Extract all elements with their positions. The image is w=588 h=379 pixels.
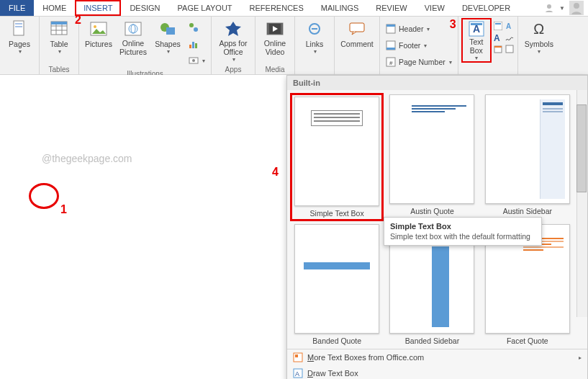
svg-text:A: A	[494, 33, 500, 42]
document-area[interactable]: @thegeekpage.com 1 4 Built-in Simple Tex…	[0, 75, 588, 379]
svg-text:#: #	[389, 60, 393, 66]
chevron-down-icon: ▾	[427, 26, 430, 32]
online-video-label: Online Video	[258, 40, 291, 56]
svg-point-2	[574, 3, 579, 9]
comment-icon	[349, 22, 365, 35]
online-pictures-button[interactable]: Online Pictures	[117, 18, 150, 64]
smartart-icon	[189, 22, 199, 32]
svg-rect-42	[494, 22, 502, 30]
svg-rect-34	[386, 24, 395, 27]
tab-file[interactable]: FILE	[0, 0, 34, 16]
date-time-button[interactable]	[493, 44, 503, 54]
gallery-item-label: Facet Quote	[507, 336, 548, 345]
callout-1: 1	[60, 203, 67, 216]
group-label-apps: Apps	[214, 64, 252, 75]
footer-button[interactable]: Footer▾	[383, 37, 455, 53]
gallery-item-label: Banded Sidebar	[405, 336, 459, 345]
watermark-text: @thegeekpage.com	[42, 153, 132, 164]
user-avatar-icon	[569, 1, 584, 15]
shapes-label: Shapes	[155, 40, 181, 48]
gallery-item-austin-sidebar[interactable]: Austin Sidebar	[481, 93, 574, 221]
draw-text-box-button[interactable]: A Draw Text Box	[287, 365, 587, 379]
tab-developer[interactable]: DEVELOPER	[453, 0, 519, 16]
svg-text:A: A	[506, 22, 511, 30]
chevron-down-icon: ▾	[167, 48, 170, 55]
scrollbar-thumb[interactable]	[576, 104, 587, 192]
gallery-item-banded-quote[interactable]: Banded Quote	[290, 223, 384, 347]
signature-line-button[interactable]	[505, 32, 515, 43]
page-icon	[12, 20, 27, 37]
chevron-down-icon: ▾	[19, 48, 22, 55]
group-illustrations: 2 Pictures Online Pictures Shapes▾ ▾ Ill…	[79, 17, 212, 74]
gallery-scrollbar[interactable]	[576, 90, 587, 317]
svg-rect-29	[267, 23, 269, 35]
tab-page-layout[interactable]: PAGE LAYOUT	[169, 0, 241, 16]
group-symbols: Ω Symbols▾	[518, 17, 560, 74]
links-button[interactable]: Links▾	[298, 18, 331, 64]
drop-cap-button[interactable]: A	[493, 32, 503, 43]
pictures-icon	[90, 22, 107, 36]
ribbon-tab-strip: FILE HOME INSERT DESIGN PAGE LAYOUT REFE…	[0, 0, 588, 17]
gallery-item-austin-quote[interactable]: Austin Quote	[385, 93, 479, 221]
gallery-footer: More Text Boxes from Office.com ▸ A Draw…	[287, 349, 587, 379]
account-icon	[544, 3, 554, 13]
shapes-icon	[159, 22, 176, 36]
chart-icon	[189, 39, 199, 49]
chevron-right-icon: ▸	[579, 355, 582, 361]
tab-design[interactable]: DESIGN	[121, 0, 168, 16]
tab-references[interactable]: REFERENCES	[241, 0, 312, 16]
apps-for-office-button[interactable]: Apps for Office▾	[214, 18, 252, 64]
gallery-item-label: Banded Quote	[312, 336, 361, 345]
tab-view[interactable]: VIEW	[416, 0, 453, 16]
group-label-pages	[3, 64, 36, 75]
quick-parts-button[interactable]	[493, 21, 503, 31]
chevron-down-icon: ▾	[202, 58, 205, 64]
page-number-button[interactable]: #Page Number▾	[383, 54, 455, 70]
tab-mailings[interactable]: MAILINGS	[312, 0, 368, 16]
chevron-down-icon: ▾	[58, 48, 61, 55]
group-label-tables: Tables	[42, 64, 76, 75]
tab-review[interactable]: REVIEW	[367, 0, 415, 16]
group-links: Links▾	[295, 17, 335, 74]
svg-rect-43	[495, 23, 501, 24]
callout-4: 4	[272, 166, 279, 179]
omega-icon: Ω	[533, 21, 544, 37]
group-apps: Apps for Office▾ Apps	[212, 17, 255, 74]
text-box-icon: A	[469, 21, 484, 37]
account-area[interactable]: ▼	[540, 0, 588, 16]
header-button[interactable]: Header▾	[383, 21, 455, 37]
chevron-down-icon: ▾	[232, 56, 235, 63]
svg-point-13	[94, 25, 96, 28]
shapes-button[interactable]: Shapes▾	[151, 18, 184, 64]
svg-rect-36	[386, 48, 395, 50]
svg-point-19	[189, 23, 194, 27]
comment-button[interactable]: Comment	[338, 18, 376, 64]
more-text-boxes-button[interactable]: More Text Boxes from Office.com ▸	[287, 349, 587, 365]
quick-parts-icon	[494, 22, 502, 30]
page-number-icon: #	[386, 57, 396, 67]
smartart-button[interactable]	[186, 19, 208, 35]
svg-rect-32	[350, 23, 364, 32]
gallery-item-simple-text-box[interactable]: Simple Text Box	[290, 93, 384, 221]
gallery-section-header: Built-in	[287, 76, 587, 90]
online-pictures-label: Online Pictures	[117, 40, 150, 56]
chevron-down-icon: ▾	[314, 48, 317, 55]
wordart-button[interactable]: A	[505, 21, 515, 31]
table-button[interactable]: Table▾	[42, 18, 76, 64]
signature-icon	[505, 33, 514, 42]
pages-button[interactable]: Pages▾	[3, 18, 36, 64]
callout-2: 2	[75, 14, 81, 27]
gallery-item-label: Austin Quote	[410, 207, 454, 215]
text-box-button[interactable]: A Text Box▾	[461, 18, 492, 63]
tab-insert[interactable]: INSERT	[75, 0, 121, 16]
svg-rect-18	[166, 27, 175, 35]
link-icon	[307, 22, 322, 35]
pictures-button[interactable]: Pictures	[82, 18, 115, 64]
symbols-button[interactable]: Ω Symbols▾	[521, 18, 557, 64]
screenshot-button[interactable]: ▾	[186, 53, 208, 68]
tab-home[interactable]: HOME	[34, 0, 75, 16]
links-label: Links	[306, 40, 324, 48]
online-video-button[interactable]: Online Video	[258, 18, 291, 64]
object-button[interactable]	[505, 44, 515, 54]
chart-button[interactable]	[186, 36, 208, 52]
